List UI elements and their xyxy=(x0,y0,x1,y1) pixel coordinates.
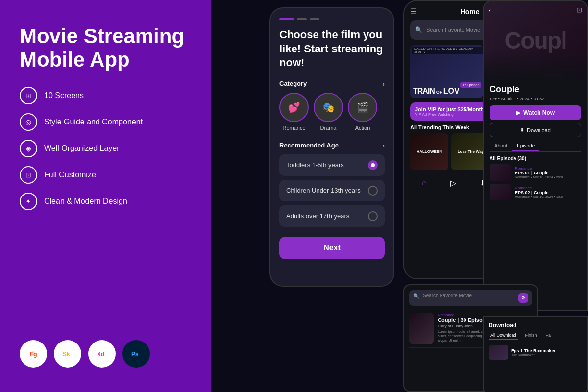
ep1-info: Romance EPS 01 | Couple Romance • Mar 10… xyxy=(515,166,581,179)
categories-list: 💕 Romance 🎭 Drama 🎬 Action xyxy=(279,93,385,131)
next-button[interactable]: Next xyxy=(279,237,385,259)
dl-thumb-1 xyxy=(489,345,508,360)
episode-header: All Episode (30) xyxy=(490,156,581,161)
trend-card-1[interactable]: HALLOWEEN xyxy=(410,133,448,170)
onboard-title: Choose the film you like! Start streamin… xyxy=(279,28,385,70)
dot-2 xyxy=(297,18,307,20)
radio-adults[interactable] xyxy=(368,211,378,221)
search-bottom-bar[interactable]: 🔍 Search Favorite Movie ⚙ xyxy=(409,290,532,306)
layer-icon: ◈ xyxy=(20,140,37,157)
dl-tab-fa[interactable]: Fa xyxy=(544,332,553,340)
search-icon: 🔍 xyxy=(415,26,422,33)
customize-icon: ⊡ xyxy=(20,166,37,184)
detail-screen: Coupl ‹ ⊡ Couple 17+ • Subtitle • 2024 •… xyxy=(483,0,588,311)
download-icon: ⬇ xyxy=(520,127,524,133)
feature-style: ◎ Style Guide and Component xyxy=(20,113,191,131)
banner-title: TRAIN OF LOV xyxy=(413,86,460,96)
screens-icon: ⊞ xyxy=(20,87,37,104)
left-panel: Movie Streaming Mobile App ⊞ 10 Screens … xyxy=(0,0,211,392)
svg-text:Sk: Sk xyxy=(63,351,70,358)
ep1-thumb xyxy=(490,164,511,181)
trending-label: All Trending This Week xyxy=(410,124,469,130)
svg-text:Xd: Xd xyxy=(97,351,104,358)
vip-title: Join VIP for just $25/Month xyxy=(415,106,484,112)
movie-title: Couple xyxy=(490,84,581,95)
movie-meta: 17+ • Subtitle • 2024 • 01:32: xyxy=(490,97,581,101)
vip-subtitle: VIP Ad-Free Watching xyxy=(415,112,484,117)
download-tabs: All Download Finish Fa xyxy=(489,332,582,342)
tab-about[interactable]: About xyxy=(490,141,512,151)
detail-content: Couple 17+ • Subtitle • 2024 • 01:32: ▶ … xyxy=(484,79,587,208)
age-label: Recommended Age › xyxy=(279,142,385,149)
banner-tag: BASED ON THE NOVEL BY CLAUDIA ALVES xyxy=(412,47,483,54)
nav-play[interactable]: ▷ xyxy=(450,178,456,188)
back-button[interactable]: ‹ xyxy=(489,6,491,15)
style-icon: ◎ xyxy=(20,113,37,131)
age-option-children[interactable]: Children Under 13th years xyxy=(279,180,385,201)
radio-toddler[interactable] xyxy=(368,160,378,170)
detail-cover: Coupl ‹ ⊡ xyxy=(484,1,587,79)
dl-info-1: Eps 1 The Rainmaker The Rainmaker xyxy=(511,348,556,357)
home-title: Home xyxy=(461,8,480,16)
episode-1[interactable]: Romance EPS 01 | Couple Romance • Mar 10… xyxy=(490,164,581,181)
svg-text:Ps: Ps xyxy=(131,351,139,358)
tab-episode[interactable]: Episode xyxy=(512,141,539,151)
ep2-info: Romance EPS 02 | Couple Romance • Mar 10… xyxy=(515,186,581,198)
banner-main[interactable]: BASED ON THE NOVEL BY CLAUDIA ALVES 12 E… xyxy=(410,45,483,98)
onboarding-screen: Choose the film you like! Start streamin… xyxy=(270,7,394,287)
cat-drama[interactable]: 🎭 Drama xyxy=(314,93,343,131)
age-option-adults[interactable]: Adults over 17th years xyxy=(279,205,385,227)
dot-3 xyxy=(310,18,319,20)
ps-icon: Ps xyxy=(122,340,150,368)
age-section: Recommended Age › Toddlers 1-5th years C… xyxy=(279,142,385,231)
detail-tabs: About Episode xyxy=(490,141,581,152)
chevron-icon: › xyxy=(382,80,385,88)
age-chevron-icon: › xyxy=(382,142,385,149)
filter-bottom-button[interactable]: ⚙ xyxy=(518,293,528,303)
hamburger-icon[interactable]: ☰ xyxy=(410,7,417,16)
play-icon: ▶ xyxy=(516,109,520,116)
category-label: Category › xyxy=(279,80,385,88)
ep2-thumb xyxy=(490,184,511,200)
download-screen: Download All Download Finish Fa Eps 1 Th… xyxy=(483,316,588,392)
radio-children[interactable] xyxy=(368,186,378,196)
svg-text:Fg: Fg xyxy=(30,351,37,358)
feature-design: ✦ Clean & Modern Design xyxy=(20,193,191,210)
age-option-toddler[interactable]: Toddlers 1-5th years xyxy=(279,154,385,176)
feature-screens: ⊞ 10 Screens xyxy=(20,87,191,104)
movie-thumb xyxy=(409,313,434,344)
search-bottom-placeholder: Search Favorite Movie xyxy=(423,293,515,303)
cat-action[interactable]: 🎬 Action xyxy=(348,93,377,131)
search-bottom-icon: 🔍 xyxy=(413,293,420,303)
cast-icon[interactable]: ⊡ xyxy=(576,6,582,14)
download-button[interactable]: ⬇ Download xyxy=(490,123,581,137)
cat-romance[interactable]: 💕 Romance xyxy=(279,93,309,131)
dl-tab-all[interactable]: All Download xyxy=(489,332,518,340)
figma-icon: Fg xyxy=(20,340,47,368)
feature-customize: ⊡ Full Customize xyxy=(20,166,191,184)
dl-item-1[interactable]: Eps 1 The Rainmaker The Rainmaker xyxy=(489,345,582,360)
watch-now-button[interactable]: ▶ Watch Now xyxy=(490,105,581,120)
nav-home[interactable]: ⌂ xyxy=(422,178,427,188)
sketch-icon: Sk xyxy=(54,340,81,368)
app-title: Movie Streaming Mobile App xyxy=(20,24,191,72)
dl-tab-finish[interactable]: Finish xyxy=(523,332,539,340)
banner-episode: 12 Episode xyxy=(460,82,481,88)
download-title: Download xyxy=(489,322,582,329)
features-list: ⊞ 10 Screens ◎ Style Guide and Component… xyxy=(20,87,191,210)
feature-layer: ◈ Well Organized Layer xyxy=(20,140,191,157)
xd-icon: Xd xyxy=(88,340,116,368)
episode-2[interactable]: Romance EPS 02 | Couple Romance • Mar 10… xyxy=(490,184,581,200)
dot-1 xyxy=(279,18,294,20)
tool-icons: Fg Sk Xd Ps xyxy=(20,340,191,368)
design-icon: ✦ xyxy=(20,193,37,210)
progress-dots xyxy=(279,18,385,20)
